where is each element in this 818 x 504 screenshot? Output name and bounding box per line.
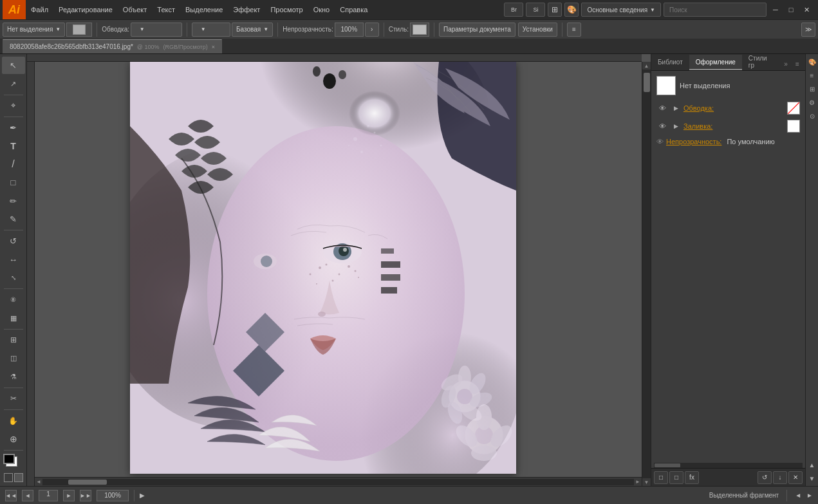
tool-scissors[interactable]: ✂ [2,390,25,407]
workspace-button[interactable]: Основные сведения ▼ [581,3,661,17]
panel-menu-icon[interactable]: ≡ [792,59,803,69]
status-zoom-display[interactable]: 100% [97,490,129,501]
opacity-eye[interactable]: 👁 [656,138,664,145]
reset-btn[interactable]: ↺ [758,471,772,484]
panel-scroll-thumb[interactable] [655,463,680,467]
panel-scrollbar[interactable] [654,463,803,468]
collapse-panel-btn[interactable]: ≫ [801,23,815,37]
vertical-scrollbar[interactable]: ▲ ▼ [642,62,651,486]
appear-panel-btn[interactable]: ⊙ [806,109,818,122]
settings-button[interactable]: Установки [518,23,557,37]
tab-close-button[interactable]: × [212,44,215,50]
layer-up-btn[interactable]: ▲ [806,458,818,471]
stroke-expand-btn[interactable]: ▶ [672,104,680,112]
edit-toolbar-btn[interactable]: ≡ [567,23,581,37]
tool-direct-select[interactable]: ↗ [2,75,25,92]
tool-pencil[interactable]: ✎ [2,210,25,228]
menu-text[interactable]: Текст [152,0,180,19]
status-page-input[interactable]: 1 [39,490,58,501]
status-arrow-right[interactable]: ► [806,492,813,499]
tool-pen[interactable]: ✒ [2,119,25,136]
stock-icon[interactable]: Si [526,3,545,17]
panel-tab-library[interactable]: Библиот [651,55,689,70]
tool-column-graph[interactable]: ▦ [2,309,25,326]
menu-edit[interactable]: Редактирование [53,0,118,19]
copy-btn[interactable]: ↓ [773,471,787,484]
maximize-button[interactable]: □ [785,3,797,16]
tool-paintbrush[interactable]: ✏ [2,192,25,209]
fill-visibility-btn[interactable]: 👁 [656,120,668,132]
menu-select[interactable]: Выделение [180,0,228,19]
fill-expand-btn[interactable]: ▶ [672,122,680,130]
tool-zoom[interactable]: ⊕ [2,430,25,447]
line-style-dropdown[interactable]: Базовая ▼ [232,23,273,37]
sym-panel-btn[interactable]: ⊞ [806,82,818,95]
tool-line[interactable]: / [2,156,25,173]
panel-tab-appearance[interactable]: Оформление [689,55,742,70]
fill-stroke-swatches[interactable] [3,454,24,470]
tool-rotate[interactable]: ↺ [2,232,25,250]
tool-lasso[interactable]: ⌖ [2,97,25,115]
bridge-icon[interactable]: Br [504,3,523,17]
swatches-panel-btn[interactable]: 🎨 [806,55,818,68]
gfx-panel-btn[interactable]: ⚙ [806,96,818,109]
selection-dropdown[interactable]: Нет выделения ▼ [3,23,65,37]
style-swatch[interactable] [410,23,429,37]
status-arrow-left[interactable]: ◄ [795,492,801,499]
menu-object[interactable]: Объект [118,0,152,19]
tool-type[interactable]: T [2,137,25,154]
devices-icon[interactable]: ⊞ [548,3,562,17]
status-fwd-btn[interactable]: ► [63,490,75,501]
stroke-swatch[interactable] [787,102,800,115]
draw-inside[interactable] [14,473,23,482]
layer-down-btn[interactable]: ▼ [806,472,818,485]
tool-gradient[interactable]: ◫ [2,350,25,367]
status-prev-btn[interactable]: ◄◄ [5,490,17,501]
doc-params-button[interactable]: Параметры документа [439,23,516,37]
fill-link[interactable]: Заливка: [683,122,712,130]
scroll-up-btn[interactable]: ▲ [643,62,651,70]
status-back-btn[interactable]: ◄ [22,490,33,501]
scroll-left-btn[interactable]: ◄ [35,478,42,486]
menu-file[interactable]: Файл [26,0,53,19]
hscroll-thumb[interactable] [68,480,107,485]
stroke-visibility-btn[interactable]: 👁 [656,102,668,114]
search-input[interactable] [664,3,767,17]
horizontal-scrollbar[interactable]: ◄ ► [35,477,642,486]
status-info-icon[interactable]: ▶ [140,492,145,499]
stroke-width-dropdown[interactable]: ▼ [192,23,230,37]
tool-scale[interactable]: ⤡ [2,269,25,286]
opacity-arrow[interactable]: › [365,23,379,37]
minimize-button[interactable]: ─ [769,3,782,16]
scroll-thumb[interactable] [644,73,650,92]
scroll-down-btn[interactable]: ▼ [643,478,651,486]
menu-effect[interactable]: Эффект [228,0,265,19]
brush-panel-btn[interactable]: ≡ [806,69,818,82]
status-end-btn[interactable]: ►► [80,490,91,501]
delete-btn[interactable]: ✕ [788,471,803,484]
tool-eyedropper[interactable]: ⚗ [2,368,25,385]
tool-mesh[interactable]: ⊞ [2,331,25,349]
stroke-color-selector[interactable] [66,23,92,37]
opacity-link[interactable]: Непрозрачность: [666,138,721,145]
artwork-canvas[interactable] [130,62,516,474]
tool-hand[interactable]: ✋ [2,412,25,429]
tool-blend[interactable]: ⑧ [2,291,25,308]
new-style-btn2[interactable]: □ [669,471,683,484]
panel-expand-icon[interactable]: » [781,59,791,69]
tool-reflect[interactable]: ↔ [2,250,25,268]
scroll-right-btn[interactable]: ► [634,478,642,486]
menu-help[interactable]: Справка [335,0,373,19]
tool-select[interactable]: ↖ [2,57,25,74]
fx-btn[interactable]: fx [685,471,699,484]
stroke-link[interactable]: Обводка: [683,104,714,112]
tool-rect[interactable]: □ [2,174,25,191]
close-button[interactable]: ✕ [800,3,813,16]
normal-mode[interactable] [4,473,13,482]
kuler-icon[interactable]: 🎨 [564,3,579,17]
document-tab[interactable]: 80820058afe8c26b565dbfb313e47016.jpg* @ … [3,39,222,53]
new-style-btn[interactable]: □ [654,471,668,484]
stroke-dropdown[interactable]: ▼ [131,23,182,37]
opacity-value[interactable]: 100% [335,23,364,37]
panel-tab-graphic-styles[interactable]: Стили гр [742,55,781,70]
